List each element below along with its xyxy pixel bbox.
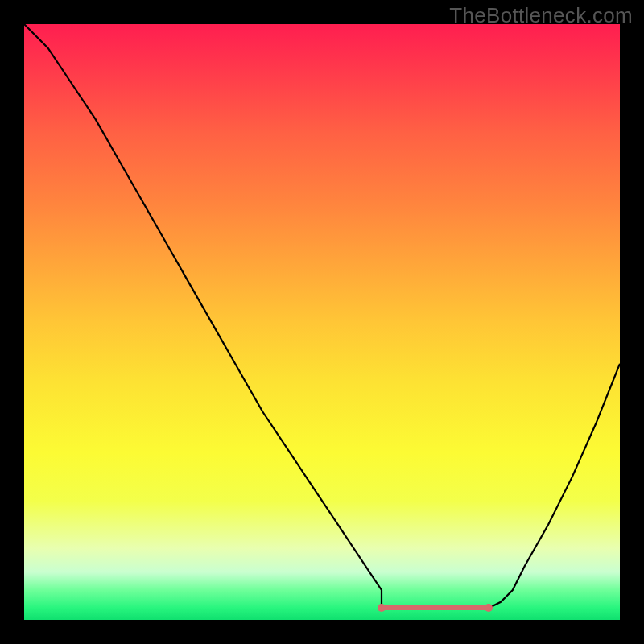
- chart-plot-area: [24, 24, 620, 620]
- curve-flat-segment: [382, 605, 489, 610]
- curve-left: [24, 24, 382, 608]
- curve-svg: [24, 24, 620, 620]
- curve-right: [489, 364, 620, 608]
- watermark-label: TheBottleneck.com: [449, 3, 633, 28]
